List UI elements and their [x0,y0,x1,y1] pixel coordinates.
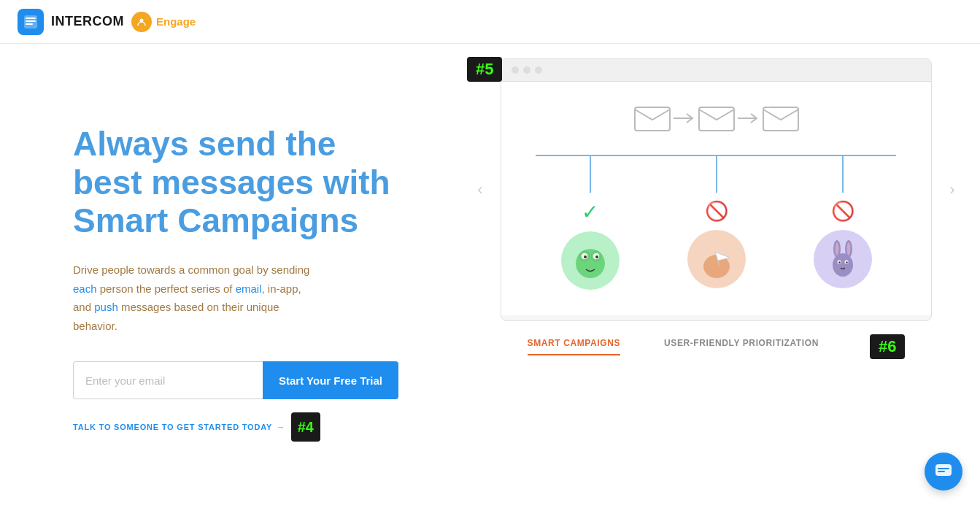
no-icon-3: 🚫 [831,200,854,223]
svg-point-22 [846,242,850,255]
browser-mockup: ✓ [501,58,932,321]
trial-button[interactable]: Start Your Free Trial [263,361,398,399]
svg-point-20 [835,242,838,255]
line-2 [716,156,717,193]
highlight-each: each [73,282,97,295]
line-1 [590,156,591,193]
email-form: Start Your Free Trial [73,361,409,399]
hero-title: Always send the best messages with Smart… [73,125,409,241]
browser-bar [501,59,931,82]
line-3 [842,156,844,193]
char-col-2: 🚫 [687,156,746,288]
talk-link-arrow: → [277,423,285,431]
left-panel: Always send the best messages with Smart… [0,44,452,508]
svg-rect-29 [938,471,945,472]
badge-4: #4 [291,412,320,442]
email-icon-1 [633,104,672,133]
chat-bubble[interactable] [925,453,962,490]
char-col-1: ✓ [561,156,620,290]
logo-area: INTERCOM Engage [18,9,196,35]
svg-point-25 [838,261,840,263]
email-flow [633,104,800,133]
svg-point-26 [846,261,847,263]
svg-rect-28 [938,468,949,469]
engage-badge[interactable]: Engage [131,12,196,32]
browser-dot-2 [523,66,530,74]
svg-point-16 [595,255,598,258]
logo-text: INTERCOM [51,14,124,29]
characters-row: ✓ [516,156,917,290]
header: INTERCOM Engage [0,0,980,44]
svg-point-15 [584,255,587,258]
browser-dot-3 [535,66,542,74]
highlight-push: push [94,301,118,313]
email-icon-3 [761,104,800,133]
browser-content: ✓ [501,82,931,315]
engage-icon [131,12,152,32]
right-panel: #5 ‹ [452,44,980,508]
char-col-3: 🚫 [814,156,872,288]
main-content: Always send the best messages with Smart… [0,44,980,508]
tab-user-friendly[interactable]: USER-FRIENDLY PRIORITIZATION [664,338,819,355]
badge-5: #5 [467,57,502,82]
next-arrow[interactable]: › [939,177,965,203]
char-purple [814,230,872,288]
svg-rect-27 [935,464,952,476]
arrow-1 [674,112,695,124]
char-green [561,231,620,290]
talk-to-someone-link[interactable]: TALK TO SOMEONE TO GET STARTED TODAY → [73,423,285,431]
chat-icon [934,462,953,481]
badge-6: #6 [870,334,905,359]
arrow-2 [738,112,760,124]
carousel-wrapper: ‹ [452,58,980,321]
talk-link-text: TALK TO SOMEONE TO GET STARTED TODAY [73,423,272,431]
intercom-logo-icon [18,9,44,35]
email-icon-2 [697,104,736,133]
svg-rect-1 [26,18,36,19]
engage-label: Engage [156,15,196,28]
svg-rect-3 [26,23,33,25]
browser-dot-1 [512,66,519,74]
svg-rect-2 [26,20,36,22]
carousel-tabs: SMART CAMPAIGNS USER-FRIENDLY PRIORITIZA… [498,334,935,359]
prev-arrow[interactable]: ‹ [467,177,493,203]
email-input[interactable] [73,361,263,399]
check-icon: ✓ [582,200,598,224]
highlight-email: email [236,282,262,295]
char-orange [687,230,746,288]
hero-description: Drive people towards a common goal by se… [73,261,321,335]
no-icon-2: 🚫 [705,200,728,223]
tab-smart-campaigns[interactable]: SMART CAMPAIGNS [528,338,620,355]
